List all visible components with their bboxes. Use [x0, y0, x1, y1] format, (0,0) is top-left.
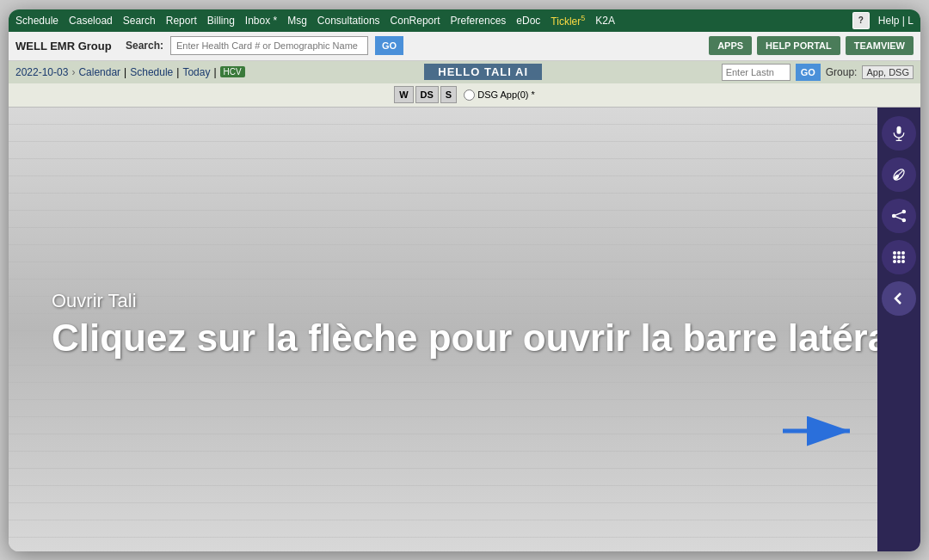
ds-button[interactable]: DS	[415, 86, 439, 103]
group-value: App, DSG	[862, 65, 914, 79]
chevron-left-icon	[892, 292, 906, 305]
microphone-button[interactable]	[882, 116, 916, 151]
today-link[interactable]: Today	[182, 66, 210, 78]
svg-point-8	[893, 214, 895, 217]
menu-item-msg[interactable]: Msg	[287, 15, 307, 27]
help-portal-button[interactable]: HELP PORTAL	[757, 36, 840, 55]
menu-item-schedule[interactable]: Schedule	[15, 15, 58, 27]
svg-point-18	[901, 255, 905, 259]
lastname-input[interactable]	[722, 64, 791, 81]
dsg-radio[interactable]	[464, 89, 475, 101]
svg-point-17	[897, 255, 901, 259]
help-icon-img: ?	[853, 13, 869, 28]
svg-point-10	[902, 218, 905, 221]
arrow-icon	[783, 414, 860, 448]
help-link[interactable]: Help | L	[878, 15, 914, 27]
date-bar: 2022-10-03 › Calendar | Schedule | Today…	[9, 61, 920, 83]
toolbar-row: W DS S DSG App(0) *	[9, 83, 920, 108]
overlay-subtitle: Ouvrir Tali	[52, 290, 920, 312]
menu-item-tickler[interactable]: Tickler5	[551, 14, 585, 28]
svg-point-14	[897, 251, 901, 255]
search-bar-right: APPS HELP PORTAL TEAMVIEW	[709, 36, 914, 55]
menu-item-report[interactable]: Report	[166, 15, 197, 27]
overlay-main-title: Cliquez sur la flèche pour ouvrir la bar…	[52, 316, 920, 361]
connect-icon	[890, 207, 907, 225]
date-item[interactable]: 2022-10-03	[15, 66, 68, 78]
lastname-go-button[interactable]: GO	[796, 64, 821, 81]
svg-point-16	[893, 255, 896, 259]
screen-wrapper: Schedule Caseload Search Report Billing …	[9, 9, 920, 551]
svg-point-15	[901, 251, 905, 255]
pill-icon	[890, 166, 907, 183]
schedule-link[interactable]: Schedule	[130, 66, 173, 78]
menu-item-consultations[interactable]: Consultations	[317, 15, 380, 27]
top-menu-bar: Schedule Caseload Search Report Billing …	[9, 9, 920, 32]
sidebar-toggle-button[interactable]	[882, 281, 916, 316]
menu-item-billing[interactable]: Billing	[207, 15, 235, 27]
grid-button[interactable]	[882, 240, 916, 274]
svg-point-13	[893, 251, 896, 255]
overlay-text: Ouvrir Tali Cliquez sur la flèche pour o…	[52, 290, 920, 361]
breadcrumb-chevron: ›	[71, 66, 75, 78]
svg-line-12	[895, 216, 902, 218]
radio-label: DSG App(0) *	[477, 89, 535, 100]
menu-item-inbox[interactable]: Inbox *	[245, 15, 277, 27]
svg-point-9	[902, 210, 905, 212]
svg-line-11	[895, 212, 902, 214]
w-button[interactable]: W	[394, 86, 413, 103]
search-go-button[interactable]: GO	[375, 36, 403, 55]
svg-rect-2	[897, 126, 901, 133]
menu-item-edoc[interactable]: eDoc	[516, 15, 540, 27]
link-separator-3: |	[213, 66, 216, 78]
hello-title: HELLO TALI AI	[424, 64, 542, 80]
microphone-icon	[890, 125, 907, 142]
radio-option: DSG App(0) *	[464, 89, 535, 101]
menu-item-caseload[interactable]: Caseload	[69, 15, 113, 27]
sidebar-icons	[877, 108, 920, 551]
svg-point-19	[893, 260, 896, 263]
menu-item-k2a[interactable]: K2A	[595, 15, 615, 27]
s-button[interactable]: S	[440, 86, 457, 103]
help-icon-box: ?	[852, 12, 870, 29]
menu-item-search[interactable]: Search	[123, 15, 156, 27]
menu-item-preferences[interactable]: Preferences	[451, 15, 507, 27]
connect-button[interactable]	[882, 199, 916, 233]
top-menu-right: ? Help | L	[852, 12, 914, 29]
pill-button[interactable]	[882, 157, 916, 192]
menu-item-conreport[interactable]: ConReport	[391, 15, 440, 27]
main-content: Ouvrir Tali Cliquez sur la flèche pour o…	[9, 108, 920, 551]
calendar-link[interactable]: Calendar	[78, 66, 120, 78]
arrow-container	[783, 414, 860, 448]
link-separator-1: |	[124, 66, 126, 78]
svg-point-20	[897, 260, 901, 263]
group-label: Group:	[826, 66, 858, 78]
search-label: Search:	[126, 40, 163, 52]
svg-point-21	[901, 260, 905, 263]
group-name: WELL EMR Group	[15, 40, 119, 52]
hcv-badge: HCV	[220, 66, 245, 77]
search-input[interactable]	[170, 36, 368, 55]
date-bar-right: GO Group: App, DSG	[722, 64, 914, 81]
link-separator-2: |	[176, 66, 179, 78]
search-bar: WELL EMR Group Search: GO APPS HELP PORT…	[9, 32, 920, 61]
grid-icon	[891, 249, 907, 265]
apps-button[interactable]: APPS	[709, 36, 752, 55]
teamview-button[interactable]: TEAMVIEW	[846, 36, 914, 55]
